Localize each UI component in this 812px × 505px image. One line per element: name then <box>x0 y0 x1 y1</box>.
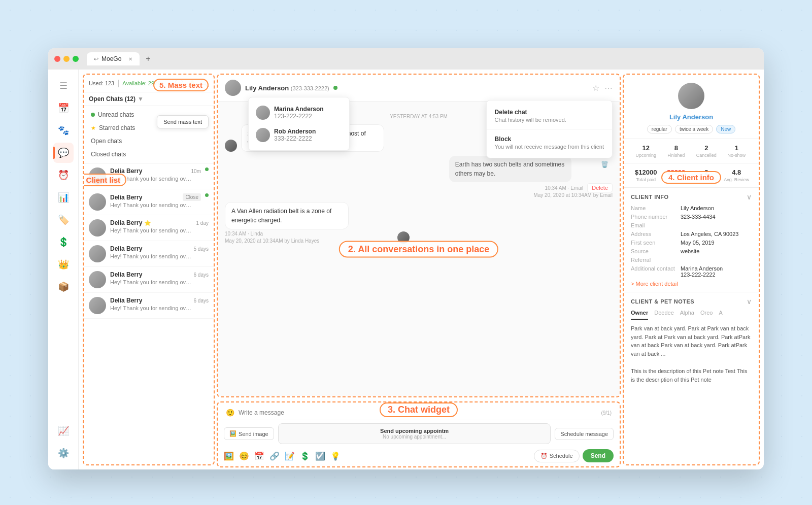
chat-name: Delia Berry <box>110 245 142 252</box>
message-meta: 10:34 AM · Email Delete <box>449 183 613 192</box>
stat-label: Total Appts <box>691 177 722 182</box>
contact-item[interactable]: Rob Anderson 333-222-2222 <box>249 124 349 146</box>
nav-settings[interactable]: ⚙️ <box>53 443 74 463</box>
tag-new: New <box>716 125 735 133</box>
notes-section: CLIENT & PET NOTES ∨ Owner Deedee Alpha … <box>624 292 759 464</box>
dropdown-chevron: ▼ <box>138 95 144 103</box>
more-options-button[interactable]: ⋯ <box>604 83 613 93</box>
tab-oreo[interactable]: Oreo <box>700 310 713 320</box>
chat-time: 6 days <box>194 298 209 304</box>
nav-money[interactable]: 💲 <box>53 232 74 252</box>
browser-window: ↩ MoeGo ✕ + ☰ 📅 🐾 💬 ⏰ 📊 🏷️ 💲 👑 📦 📈 ⚙️ <box>48 48 764 469</box>
more-detail-link[interactable]: > More client detail <box>631 281 752 287</box>
tab-close-button[interactable]: ✕ <box>128 56 132 62</box>
tab-alpha[interactable]: Alpha <box>680 310 694 320</box>
nav-inventory[interactable]: 📦 <box>53 277 74 297</box>
chat-item[interactable]: Delia Berry ⭐ 1 day Hey! Thank you for s… <box>84 215 214 241</box>
bulb-toolbar-icon[interactable]: 💡 <box>330 451 341 461</box>
conversation-header: Marina Anderson 123-222-2222 Rob Anderso… <box>218 75 620 102</box>
bubble-wrapper: Earth has two such belts and sometimes o… <box>449 156 613 198</box>
stat-value: 4.8 <box>722 169 752 176</box>
contact-item[interactable]: Marina Anderson 123-222-2222 <box>249 102 349 124</box>
nav-premium[interactable]: 👑 <box>53 254 74 275</box>
contact-name: Marina Anderson <box>274 106 324 113</box>
message-date: May 20, 2020 at 10:34AM by Linda Hayes <box>225 238 390 244</box>
avatar <box>89 193 106 211</box>
stat-label: Finished <box>661 153 692 158</box>
tab-a[interactable]: A <box>719 310 722 320</box>
chat-preview: Hey! Thank you for sending over the docu… <box>110 253 191 259</box>
notes-section-header: CLIENT & PET NOTES ∨ <box>631 297 752 306</box>
star-button[interactable]: ☆ <box>592 83 599 93</box>
close-chat-button[interactable]: Close <box>183 193 201 201</box>
emoji-icon[interactable]: 🙂 <box>226 409 234 417</box>
collapse-button[interactable]: ∨ <box>747 193 752 201</box>
nav-reports[interactable]: 📊 <box>53 187 74 208</box>
message-text: Earth has two such belts and sometimes o… <box>449 156 572 182</box>
delete-button[interactable]: Delete <box>587 183 613 192</box>
char-count: (9/1) <box>601 410 612 416</box>
nav-menu[interactable]: ☰ <box>53 76 74 96</box>
close-dot[interactable] <box>54 56 60 62</box>
delete-icon[interactable]: 🗑️ <box>601 160 608 169</box>
send-mass-text-button[interactable]: Send mass text <box>157 115 209 128</box>
note-toolbar-icon[interactable]: 📝 <box>285 451 295 461</box>
new-tab-button[interactable]: + <box>146 54 150 63</box>
nav-tags[interactable]: 🏷️ <box>53 210 74 230</box>
unread-label: Unread chats <box>98 111 134 118</box>
calendar-toolbar-icon[interactable]: 📅 <box>254 451 264 461</box>
delete-chat-item[interactable]: Delete chat Chat history will be removed… <box>487 105 612 127</box>
browser-tab[interactable]: ↩ MoeGo ✕ <box>87 52 140 65</box>
block-item[interactable]: Block You will not receive message from … <box>487 131 612 154</box>
send-image-button[interactable]: 🖼️ Send image <box>224 427 274 440</box>
schedule-send-button[interactable]: ⏰ Schedule <box>534 450 580 462</box>
chat-item[interactable]: Delia Berry 6 days Hey! Thank you for se… <box>84 293 214 319</box>
nav-chat[interactable]: 💬 <box>53 143 74 163</box>
profile-avatar <box>678 83 704 109</box>
info-row-source: Source website <box>631 248 752 254</box>
phone-value: 323-333-4434 <box>681 214 752 220</box>
message-input[interactable] <box>239 409 597 416</box>
schedule-message-button[interactable]: Schedule message <box>555 428 614 440</box>
chat-preview: Hey! Thank you for sending over the docu… <box>110 279 191 285</box>
filter-open[interactable]: Open chats <box>84 134 214 148</box>
tab-owner[interactable]: Owner <box>631 310 648 320</box>
nav-pets[interactable]: 🐾 <box>53 120 74 141</box>
nav-calendar[interactable]: 📅 <box>53 98 74 118</box>
nav-reminders[interactable]: ⏰ <box>53 165 74 185</box>
chat-item[interactable]: Delia Berry 6 days Hey! Thank you for se… <box>84 267 214 293</box>
checkbox-toolbar-icon[interactable]: ☑️ <box>315 451 325 461</box>
emoji-toolbar-icon[interactable]: 😊 <box>239 451 249 461</box>
filter-closed[interactable]: Closed chats <box>84 148 214 161</box>
block-desc: You will not receive message from this c… <box>495 144 604 150</box>
online-indicator <box>333 86 337 90</box>
notes-collapse-button[interactable]: ∨ <box>747 297 752 306</box>
chat-item[interactable]: Delia Berry Close Hey! Thank you for sen… <box>84 189 214 215</box>
stat-finished: 8 Finished <box>661 144 692 158</box>
send-button[interactable]: Send <box>583 449 614 462</box>
info-row-additional: Additional contact Marina Anderson 123-2… <box>631 265 752 278</box>
dollar-toolbar-icon[interactable]: 💲 <box>300 451 310 461</box>
link-toolbar-icon[interactable]: 🔗 <box>269 451 280 461</box>
email-value <box>681 222 752 228</box>
chat-item[interactable]: Delia Berry 10m Hey! Thank you for sendi… <box>84 163 214 189</box>
maximize-dot[interactable] <box>73 56 79 62</box>
stat-label: Cancelled <box>691 153 722 158</box>
open-chats-bar[interactable]: Open Chats (12) ▼ 5. Mass text <box>84 92 214 106</box>
contact-phone: 123-222-2222 <box>274 113 324 120</box>
block-title: Block <box>495 136 604 143</box>
minimize-dot[interactable] <box>63 56 70 62</box>
stat-value: 2 <box>691 169 722 176</box>
profile-name: Lily Anderson <box>669 113 713 121</box>
tab-deedee[interactable]: Deedee <box>654 310 674 320</box>
stat-label: Unpaid <box>661 177 692 182</box>
profile-tags: regular twice a week New <box>647 125 735 133</box>
avatar <box>89 245 106 262</box>
menu-divider <box>487 129 612 129</box>
nav-analytics[interactable]: 📈 <box>53 421 74 441</box>
chat-item[interactable]: Delia Berry 5 days Hey! Thank you for se… <box>84 241 214 267</box>
image-toolbar-icon[interactable]: 🖼️ <box>224 451 234 461</box>
browser-chrome: ↩ MoeGo ✕ + <box>48 48 764 70</box>
chat-preview: Hey! Thank you for sending over the docu… <box>110 176 191 182</box>
context-menu: Delete chat Chat history will be removed… <box>486 100 613 158</box>
